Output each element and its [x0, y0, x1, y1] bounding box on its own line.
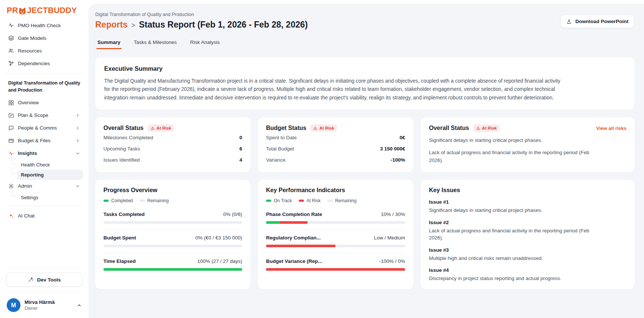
sidebar-item-resources[interactable]: Resources [5, 45, 83, 57]
overall-status-card: Overall Status At Risk Milestones Comple… [95, 117, 250, 172]
issue-item: Issue #3 Multiple high and critical risk… [429, 247, 627, 262]
view-all-risks-link[interactable]: View all risks [596, 125, 627, 131]
tab-risk-analysis[interactable]: Risk Analysis [190, 39, 220, 49]
sidebar-subitem-label: Reporting [21, 172, 44, 178]
metric-row: Upcoming Tasks 6 [103, 143, 242, 154]
sidebar-item-dependencies[interactable]: Dependencies [5, 57, 83, 69]
main-panel: Digital Transformation of Quality and Pr… [89, 4, 644, 318]
breadcrumb: Reports > Status Report (Feb 1, 2026 - F… [95, 20, 634, 30]
legend-swatch-remaining [327, 200, 333, 202]
sidebar-item-label: AI Chat [18, 213, 35, 219]
divider [6, 267, 83, 268]
logo-text-post: JECTBUDDY [27, 6, 77, 15]
logo-text-pre: PR [7, 6, 18, 15]
dev-tools-label: Dev Tools [37, 277, 61, 283]
sidebar-item-label: Resources [18, 48, 42, 54]
sidebar-item-label: Insights [18, 150, 37, 156]
progress-row: Time Elapsed100% (27 / 27 days) [103, 253, 242, 273]
sidebar-subitem-settings[interactable]: Settings [17, 193, 83, 203]
kpi-legend: On Track At Risk Remaining [266, 198, 405, 203]
wallet-icon [8, 138, 14, 144]
progress-bar [103, 268, 242, 271]
chevron-up-icon [77, 303, 82, 308]
chat-icon [8, 125, 14, 131]
legend-swatch-at-risk [299, 200, 304, 202]
progress-overview-card: Progress Overview Completed Remaining Ta… [95, 180, 250, 289]
warning-triangle-icon [151, 126, 155, 130]
legend-swatch-remaining [140, 200, 145, 202]
sidebar-item-overview[interactable]: Overview [5, 97, 83, 109]
divider [6, 206, 83, 206]
metric-row: Milestones Completed 0 [103, 132, 242, 143]
card-title: Overall Status [429, 125, 469, 131]
users-icon [8, 48, 14, 54]
avatar: M [7, 298, 20, 312]
project-name-subtitle: Digital Transformation of Quality and Pr… [95, 12, 634, 17]
sidebar-subitem-reporting[interactable]: Reporting [17, 170, 83, 180]
folder-kanban-icon [8, 112, 14, 118]
issue-item: Issue #2 Lack of actual progress and fin… [429, 220, 627, 242]
tab-tasks-milestones[interactable]: Tasks & Milestones [134, 39, 177, 49]
robot-face-icon [18, 7, 26, 15]
kpi-bar [266, 245, 405, 247]
legend-swatch-on-track [266, 200, 271, 202]
wand-icon [28, 277, 34, 283]
kpi-bar [266, 268, 405, 271]
card-title: Progress Overview [103, 187, 242, 194]
metric-row: Spent to Date 0€ [266, 132, 405, 143]
risk-paragraph: Lack of actual progress and financial ac… [429, 149, 593, 164]
sidebar-subitem-health-check[interactable]: Health Check [17, 160, 83, 170]
divider [6, 73, 83, 73]
download-powerpoint-button[interactable]: Download PowerPoint [560, 15, 634, 28]
dev-tools-button[interactable]: Dev Tools [6, 273, 83, 287]
app-logo[interactable]: PR JECTBUDDY [5, 5, 83, 19]
legend-swatch-completed [103, 200, 109, 202]
executive-summary-card: Executive Summary The Digital Quality an… [95, 57, 634, 110]
sidebar-item-budget-files[interactable]: Budget & Files [5, 135, 83, 147]
sidebar-item-label: Budget & Files [18, 138, 51, 143]
kpi-row: Regulatory Complian...Low / Medium [266, 230, 405, 253]
card-title: Budget Status [266, 125, 306, 131]
metric-row: Variance -100% [266, 154, 405, 165]
sidebar-item-ai-chat[interactable]: AI Chat [5, 210, 83, 222]
sidebar-item-label: Gate Models [18, 35, 47, 41]
at-risk-badge: At Risk [148, 124, 174, 132]
kpi-bar [266, 221, 405, 224]
sidebar-subitem-label: Settings [21, 195, 38, 200]
network-icon [8, 60, 14, 66]
chevron-right-icon [75, 138, 80, 143]
card-title: Key Issues [429, 187, 627, 194]
breadcrumb-separator: > [131, 22, 135, 29]
progress-bar [103, 221, 242, 224]
warning-triangle-icon [313, 126, 317, 130]
progress-bar [103, 245, 242, 247]
metric-row: Issues Identified 4 [103, 154, 242, 165]
chevron-down-icon [75, 184, 80, 189]
sidebar-item-gate-models[interactable]: Gate Models [5, 32, 83, 44]
gear-icon [8, 183, 14, 189]
issue-item: Issue #1 Significant delays in starting … [429, 199, 627, 214]
warning-triangle-icon [476, 126, 480, 130]
card-title: Key Performance Indicators [266, 187, 405, 194]
progress-row: Tasks Completed0% (0/6) [103, 206, 242, 230]
breadcrumb-reports-link[interactable]: Reports [95, 20, 128, 30]
sidebar-subitem-label: Health Check [21, 162, 50, 168]
user-menu[interactable]: M Mirva Härmä Owner [5, 295, 83, 313]
sidebar-item-admin[interactable]: Admin [5, 180, 83, 192]
download-icon [566, 19, 572, 24]
sidebar-item-label: People & Comms [18, 125, 57, 131]
sidebar-item-insights[interactable]: Insights [5, 147, 83, 159]
tab-summary[interactable]: Summary [97, 39, 121, 49]
sidebar-item-plan-scope[interactable]: Plan & Scope [5, 109, 83, 121]
sidebar: PR JECTBUDDY PMO Health Check Gate Model… [0, 0, 89, 318]
chevron-right-icon [75, 125, 80, 131]
sidebar-item-label: Overview [18, 100, 39, 105]
user-name: Mirva Härmä [25, 299, 55, 305]
progress-row: Budget Spent0% (€0 / €3 150 000) [103, 230, 242, 253]
executive-summary-title: Executive Summary [104, 65, 625, 72]
budget-status-card: Budget Status At Risk Spent to Date 0€ T… [258, 117, 413, 172]
executive-summary-body: The Digital Quality and Manufacturing Tr… [104, 77, 567, 102]
sidebar-item-people-comms[interactable]: People & Comms [5, 122, 83, 134]
sidebar-item-pmo-health-check[interactable]: PMO Health Check [5, 19, 83, 31]
sidebar-item-label: Dependencies [18, 61, 50, 66]
